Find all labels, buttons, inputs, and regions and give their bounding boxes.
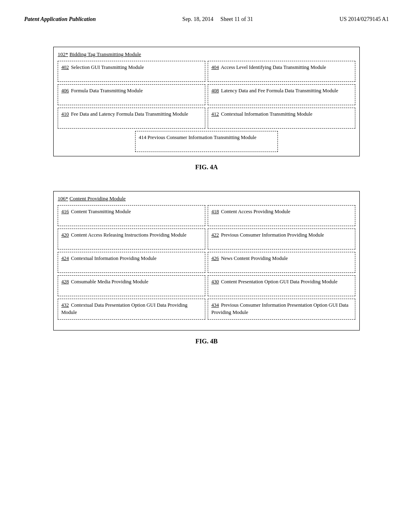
- fig4a-outer-box: 102* Bidding Tag Transmitting Module 402…: [53, 47, 360, 156]
- fig4a-modules-grid: 402 Selection GUI Transmitting Module 40…: [58, 61, 355, 129]
- mod-text-404: Access Level Identifying Data Transmitti…: [221, 64, 326, 70]
- fig4a-outer-text: Bidding Tag Transmitting Module: [69, 51, 141, 57]
- mod-num-406: 406: [61, 88, 69, 94]
- module-408: 408 Latency Data and Fee Formula Data Tr…: [208, 84, 355, 105]
- mod-num-420: 420: [61, 232, 69, 238]
- mod-text-428: Consumable Media Providing Module: [71, 279, 148, 285]
- module-410: 410 Fee Data and Latency Formula Data Tr…: [58, 108, 205, 129]
- mod-text-432: Contextual Data Presentation Option GUI …: [61, 302, 188, 315]
- module-420: 420 Content Access Releasing Instruction…: [58, 229, 205, 249]
- module-414: 414 Previous Consumer Information Transm…: [135, 131, 278, 152]
- header-publication: Patent Application Publication: [24, 16, 96, 23]
- fig4b-outer-text: Content Providing Module: [69, 195, 125, 202]
- mod-num-402: 402: [61, 64, 69, 70]
- module-406: 406 Formula Data Transmitting Module: [58, 84, 205, 105]
- module-412: 412 Contextual Information Transmitting …: [208, 108, 355, 129]
- mod-num-414: 414: [139, 135, 146, 140]
- page-header: Patent Application Publication Sep. 18, …: [24, 16, 389, 23]
- fig4b-outer-label: 106* Content Providing Module: [58, 195, 355, 202]
- mod-text-420: Content Access Releasing Instructions Pr…: [71, 232, 186, 238]
- header-date: Sep. 18, 2014: [182, 16, 213, 22]
- mod-text-422: Previous Consumer Information Providing …: [221, 232, 324, 238]
- fig4b-outer-num: 106*: [58, 195, 68, 202]
- module-430: 430 Content Presentation Option GUI Data…: [208, 275, 355, 296]
- header-patent-number: US 2014/0279145 A1: [340, 16, 389, 23]
- mod-num-412: 412: [211, 111, 219, 117]
- module-428: 428 Consumable Media Providing Module: [58, 275, 205, 296]
- module-422: 422 Previous Consumer Information Provid…: [208, 229, 355, 249]
- mod-text-414: Previous Consumer Information Transmitti…: [148, 135, 257, 140]
- module-432: 432 Contextual Data Presentation Option …: [58, 299, 205, 320]
- mod-text-402: Selection GUI Transmitting Module: [71, 64, 144, 70]
- mod-num-434: 434: [211, 302, 219, 308]
- fig4a-center-row: 414 Previous Consumer Information Transm…: [58, 131, 355, 152]
- module-426: 426 News Content Providing Module: [208, 252, 355, 273]
- mod-text-416: Content Transmitting Module: [71, 209, 131, 214]
- header-date-sheet: Sep. 18, 2014 Sheet 11 of 31: [182, 16, 253, 23]
- module-402: 402 Selection GUI Transmitting Module: [58, 61, 205, 82]
- mod-text-408: Latency Data and Fee Formula Data Transm…: [221, 88, 338, 94]
- fig4b-outer-box: 106* Content Providing Module 416 Conten…: [53, 191, 360, 330]
- module-416: 416 Content Transmitting Module: [58, 205, 205, 226]
- fig4a-container: 102* Bidding Tag Transmitting Module 402…: [24, 47, 389, 171]
- mod-text-406: Formula Data Transmitting Module: [71, 88, 143, 94]
- fig4a-outer-label: 102* Bidding Tag Transmitting Module: [58, 51, 355, 58]
- mod-num-416: 416: [61, 209, 69, 214]
- mod-num-408: 408: [211, 88, 219, 94]
- module-418: 418 Content Access Providing Module: [208, 205, 355, 226]
- fig4b-label: FIG. 4B: [195, 338, 217, 345]
- mod-num-426: 426: [211, 256, 219, 261]
- fig4a-label: FIG. 4A: [195, 164, 218, 171]
- mod-num-418: 418: [211, 209, 219, 214]
- module-404: 404 Access Level Identifying Data Transm…: [208, 61, 355, 82]
- mod-num-410: 410: [61, 111, 69, 117]
- mod-num-422: 422: [211, 232, 219, 238]
- module-434: 434 Previous Consumer Information Presen…: [208, 299, 355, 320]
- fig4a-outer-num: 102*: [58, 51, 68, 57]
- mod-num-432: 432: [61, 302, 69, 308]
- mod-text-418: Content Access Providing Module: [221, 209, 290, 214]
- fig4b-container: 106* Content Providing Module 416 Conten…: [24, 191, 389, 345]
- mod-text-424: Contextual Information Providing Module: [71, 256, 156, 261]
- fig4b-modules-grid: 416 Content Transmitting Module 418 Cont…: [58, 205, 355, 320]
- mod-text-426: News Content Providing Module: [221, 256, 288, 261]
- module-424: 424 Contextual Information Providing Mod…: [58, 252, 205, 273]
- mod-num-428: 428: [61, 279, 69, 285]
- mod-num-430: 430: [211, 279, 219, 285]
- mod-text-434: Previous Consumer Information Presentati…: [211, 302, 348, 315]
- mod-text-430: Content Presentation Option GUI Data Pro…: [221, 279, 338, 285]
- header-sheet: Sheet 11 of 31: [221, 16, 253, 22]
- mod-text-410: Fee Data and Latency Formula Data Transm…: [71, 111, 188, 117]
- mod-text-412: Contextual Information Transmitting Modu…: [221, 111, 313, 117]
- mod-num-424: 424: [61, 256, 69, 261]
- mod-num-404: 404: [211, 64, 219, 70]
